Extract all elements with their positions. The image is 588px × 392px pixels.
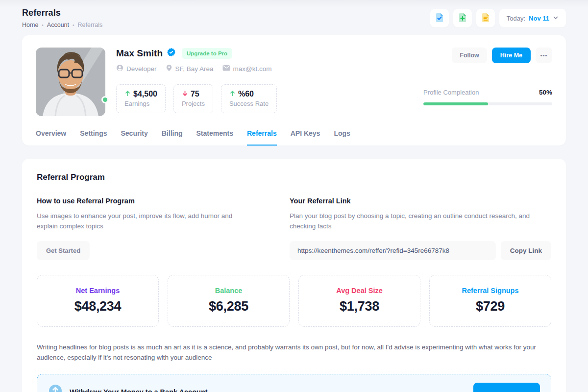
tab-billing[interactable]: Billing — [162, 129, 183, 146]
breadcrumb-separator: • — [73, 23, 74, 28]
net-earnings-label: Net Earnings — [42, 287, 153, 294]
meta-email-label: max@kt.com — [233, 65, 272, 73]
net-earnings-value: $48,234 — [42, 299, 153, 314]
breadcrumb: Home • Account • Referrals — [22, 22, 102, 28]
file-plus-button[interactable] — [453, 9, 472, 27]
file-check-icon — [434, 12, 445, 24]
online-status-dot — [101, 96, 109, 103]
tab-settings[interactable]: Settings — [80, 129, 107, 146]
identity-block: Max Smith Upgrade to Pro Developer — [116, 48, 272, 73]
profile-actions: Follow Hire Me ••• — [452, 48, 552, 63]
referral-note: Writing headlines for blog posts is as m… — [37, 342, 551, 363]
follow-button[interactable]: Follow — [452, 48, 487, 63]
verified-badge-icon — [167, 48, 176, 59]
how-to-column: How to use Referral Program Use images t… — [37, 197, 252, 260]
balance-value: $6,285 — [173, 299, 284, 314]
file-lines-icon — [480, 12, 491, 24]
file-check-button[interactable] — [430, 9, 449, 27]
how-to-description: Use images to enhance your post, improve… — [37, 211, 252, 232]
stat-earnings-label: Earnings — [124, 100, 157, 107]
progress-track — [423, 102, 552, 105]
money-icon — [48, 384, 63, 392]
person-icon — [116, 64, 123, 73]
stat-projects-label: Projects — [182, 100, 205, 107]
stat-net-earnings: Net Earnings $48,234 — [37, 275, 159, 327]
referral-link-description: Plan your blog post by choosing a topic,… — [290, 211, 551, 232]
arrow-up-icon — [124, 90, 131, 98]
tab-referrals[interactable]: Referrals — [247, 129, 277, 146]
hire-me-button[interactable]: Hire Me — [492, 48, 531, 63]
stat-success-value: %60 — [238, 90, 254, 98]
meta-role: Developer — [116, 64, 157, 73]
referral-link-heading: Your Referral Link — [290, 197, 551, 205]
stat-success-rate: %60 Success Rate — [221, 84, 277, 113]
breadcrumb-separator: • — [42, 23, 44, 28]
avg-deal-size-label: Avg Deal Size — [304, 287, 415, 294]
toolbar: Today: Nov 11 — [430, 9, 566, 27]
meta-location-label: SF, Bay Area — [175, 65, 214, 73]
balance-label: Balance — [173, 287, 284, 294]
header-left: Referrals Home • Account • Referrals — [22, 8, 102, 28]
stat-referral-signups: Referral Signups $729 — [429, 275, 551, 327]
profile-card: Max Smith Upgrade to Pro Developer — [22, 35, 566, 146]
profile-meta: Developer SF, Bay Area max — [116, 64, 272, 73]
copy-link-button[interactable]: Copy Link — [501, 241, 551, 260]
withdraw-button[interactable] — [473, 383, 540, 392]
referral-signups-label: Referral Signups — [435, 287, 546, 294]
profile-tabs: Overview Settings Security Billing State… — [36, 129, 552, 146]
section-title: Referral Program — [37, 172, 551, 182]
referral-program-card: Referral Program How to use Referral Pro… — [22, 159, 566, 392]
meta-role-label: Developer — [126, 65, 157, 73]
page-title: Referrals — [22, 8, 102, 18]
email-icon — [222, 65, 230, 73]
location-icon — [166, 64, 172, 73]
tab-security[interactable]: Security — [121, 129, 148, 146]
withdraw-banner-title: Withdraw Your Money to a Bank Account — [70, 388, 208, 392]
user-name: Max Smith — [116, 48, 163, 59]
profile-stats: $4,500 Earnings 75 Projects — [116, 84, 277, 113]
referral-signups-value: $729 — [435, 299, 546, 314]
stat-success-label: Success Rate — [229, 100, 269, 107]
date-value: Nov 11 — [529, 15, 549, 22]
referral-stats: Net Earnings $48,234 Balance $6,285 Avg … — [37, 275, 551, 327]
get-started-button[interactable]: Get Started — [37, 241, 90, 260]
stat-avg-deal-size: Avg Deal Size $1,738 — [298, 275, 420, 327]
date-picker-button[interactable]: Today: Nov 11 — [499, 9, 566, 27]
stat-balance: Balance $6,285 — [168, 275, 290, 327]
how-to-heading: How to use Referral Program — [37, 197, 252, 205]
arrow-down-icon — [182, 90, 188, 98]
breadcrumb-account[interactable]: Account — [47, 22, 69, 28]
avg-deal-size-value: $1,738 — [304, 299, 415, 314]
progress-label: Profile Compleation — [423, 89, 479, 96]
file-lines-button[interactable] — [476, 9, 495, 27]
avatar — [36, 48, 105, 116]
breadcrumb-current: Referrals — [78, 22, 103, 28]
page-header: Referrals Home • Account • Referrals Tod… — [0, 0, 588, 35]
stat-earnings-value: $4,500 — [133, 90, 157, 98]
profile-main: Max Smith Upgrade to Pro Developer — [116, 48, 552, 116]
arrow-up-icon — [229, 90, 236, 98]
tab-overview[interactable]: Overview — [36, 129, 66, 146]
chevron-down-icon — [553, 15, 559, 22]
stat-earnings: $4,500 Earnings — [116, 84, 166, 113]
avatar-wrap — [36, 48, 105, 116]
profile-completion: Profile Compleation 50% — [423, 89, 552, 113]
meta-email: max@kt.com — [222, 64, 272, 73]
tab-statements[interactable]: Statements — [196, 129, 233, 146]
tab-api-keys[interactable]: API Keys — [291, 129, 320, 146]
tab-logs[interactable]: Logs — [334, 129, 350, 146]
progress-percent: 50% — [539, 89, 552, 96]
meta-location: SF, Bay Area — [166, 64, 214, 73]
date-label: Today: — [507, 15, 525, 22]
stat-projects-value: 75 — [191, 90, 199, 98]
profile-top: Max Smith Upgrade to Pro Developer — [36, 48, 552, 116]
more-options-button[interactable]: ••• — [536, 48, 552, 63]
upgrade-pro-badge[interactable]: Upgrade to Pro — [182, 48, 232, 59]
breadcrumb-home[interactable]: Home — [22, 22, 38, 28]
referral-link-input[interactable] — [290, 241, 496, 260]
progress-fill — [423, 102, 488, 105]
stat-projects: 75 Projects — [173, 84, 213, 113]
withdraw-banner: Withdraw Your Money to a Bank Account — [37, 374, 551, 392]
referral-link-column: Your Referral Link Plan your blog post b… — [290, 197, 551, 260]
file-plus-icon — [457, 12, 468, 24]
